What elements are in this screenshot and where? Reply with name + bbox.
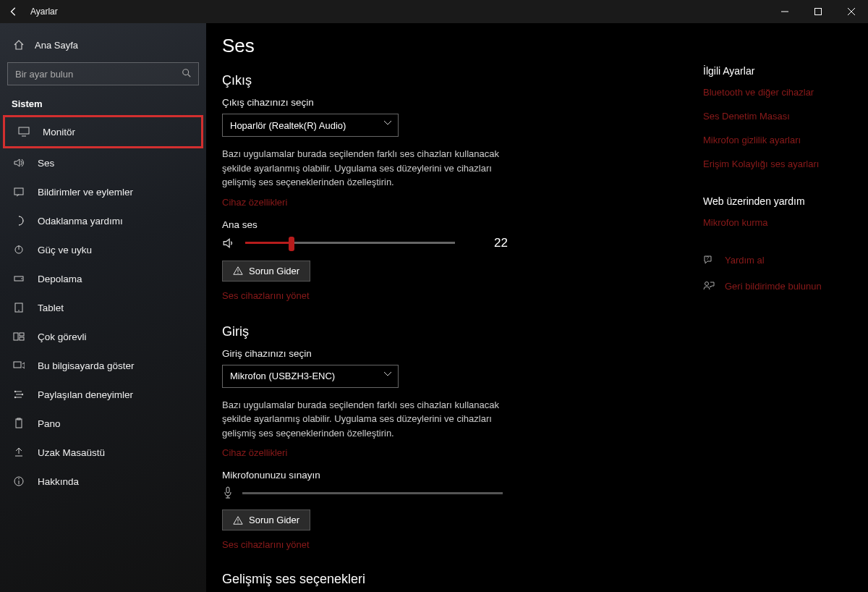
output-device-props-link[interactable]: Cihaz özellikleri [222,197,681,208]
close-button[interactable] [835,0,868,23]
svg-point-21 [14,397,16,398]
output-desc: Bazı uygulamalar burada seçilenden farkl… [222,147,511,190]
svg-point-31 [237,522,238,523]
search-input[interactable] [7,62,199,85]
output-manage-link[interactable]: Ses cihazlarını yönet [222,290,681,301]
sidebar-item-shared[interactable]: Paylaşılan deneyimler [0,380,206,409]
sidebar-item-tablet[interactable]: Tablet [0,293,206,322]
sidebar-item-monitor[interactable]: Monitör [3,115,203,148]
sidebar-item-label: Monitör [43,127,75,138]
advanced-heading: Gelişmiş ses seçenekleri [222,572,681,587]
output-device-select[interactable]: Hoparlör (Realtek(R) Audio) [222,114,399,137]
window-title: Ayarlar [30,7,58,17]
input-heading: Giriş [222,324,681,339]
maximize-button[interactable] [801,0,835,23]
minimize-button[interactable] [768,0,801,23]
storage-icon [13,273,26,284]
svg-rect-16 [20,333,24,336]
sidebar-item-remote[interactable]: Uzak Masaüstü [0,438,206,467]
sidebar-item-label: Ses [38,158,54,169]
svg-rect-17 [20,337,24,340]
volume-slider[interactable] [245,242,455,244]
sidebar-item-power[interactable]: Güç ve uyku [0,235,206,264]
notifications-icon [13,186,26,198]
project-icon [13,360,26,371]
warning-icon [233,515,243,525]
svg-point-12 [21,278,22,279]
input-manage-link[interactable]: Ses cihazlarını yönet [222,539,681,550]
about-icon [13,475,26,487]
svg-point-26 [18,478,20,480]
sidebar: Ana Sayfa Sistem Monitör Ses Bildirimler… [0,23,206,592]
webhelp-heading: Web üzerinden yardım [703,195,848,207]
feedback-action[interactable]: Geri bildirimde bulunun [703,280,848,292]
sidebar-item-label: Güç ve uyku [38,245,92,255]
sidebar-item-label: Odaklanma yardımı [38,216,123,227]
svg-text:?: ? [706,255,709,261]
sidebar-item-label: Pano [38,418,61,429]
sidebar-item-label: Paylaşılan deneyimler [38,389,133,400]
sidebar-item-notifications[interactable]: Bildirimler ve eylemler [0,177,206,206]
sidebar-item-label: Bildirimler ve eylemler [38,187,133,198]
output-heading: Çıkış [222,73,681,88]
sidebar-item-label: Bu bilgisayarda göster [38,360,135,371]
svg-point-28 [237,273,238,274]
multitask-icon [13,331,26,342]
svg-rect-8 [14,188,23,195]
related-link-mic-privacy[interactable]: Mikrofon gizlilik ayarları [703,135,848,145]
svg-point-19 [14,391,16,392]
sidebar-item-multitask[interactable]: Çok görevli [0,322,206,351]
input-select-label: Giriş cihazınızı seçin [222,348,681,359]
speaker-icon[interactable] [222,237,235,250]
sidebar-section-label: Sistem [0,97,206,115]
svg-rect-29 [226,487,229,493]
sidebar-item-label: Çok görevli [38,331,87,342]
sidebar-item-label: Uzak Masaüstü [38,447,105,458]
clipboard-icon [13,418,26,429]
shared-icon [13,389,26,400]
home-button[interactable]: Ana Sayfa [0,32,206,58]
svg-point-14 [18,310,20,311]
remote-icon [13,447,26,458]
sidebar-item-focus[interactable]: Odaklanma yardımı [0,206,206,235]
sidebar-item-project[interactable]: Bu bilgisayarda göster [0,351,206,380]
svg-rect-1 [815,9,822,15]
feedback-icon [703,280,716,292]
sidebar-item-clipboard[interactable]: Pano [0,409,206,438]
svg-point-33 [705,282,709,286]
input-device-props-link[interactable]: Cihaz özellikleri [222,447,681,458]
svg-point-4 [183,69,189,75]
sidebar-item-sound[interactable]: Ses [0,148,206,177]
svg-rect-6 [19,127,29,134]
svg-rect-22 [16,419,22,428]
sound-icon [13,157,26,169]
power-icon [13,244,26,255]
master-volume-label: Ana ses [222,219,681,230]
sidebar-item-storage[interactable]: Depolama [0,264,206,293]
output-select-label: Çıkış cihazınızı seçin [222,97,681,108]
svg-rect-15 [14,333,18,340]
input-desc: Bazı uygulamalar burada seçilenden farkl… [222,398,511,441]
search-icon [182,68,192,78]
back-button[interactable] [9,7,19,17]
input-troubleshoot-button[interactable]: Sorun Gider [222,509,310,530]
titlebar: Ayarlar [0,0,868,23]
webhelp-link-mic-setup[interactable]: Mikrofon kurma [703,217,848,228]
related-link-sound-panel[interactable]: Ses Denetim Masası [703,111,848,122]
tablet-icon [13,302,26,313]
warning-icon [233,266,243,276]
related-link-bluetooth[interactable]: Bluetooth ve diğer cihazlar [703,87,848,98]
sidebar-item-about[interactable]: Hakkında [0,467,206,496]
svg-line-5 [188,75,191,77]
related-link-ease-audio[interactable]: Erişim Kolaylığı ses ayarları [703,158,848,169]
mic-level-bar [242,492,503,494]
page-title: Ses [222,35,681,57]
sidebar-item-label: Hakkında [38,476,79,487]
sidebar-item-label: Tablet [38,303,64,313]
help-icon: ? [703,254,716,266]
get-help-action[interactable]: ? Yardım al [703,254,848,266]
output-troubleshoot-button[interactable]: Sorun Gider [222,261,310,282]
input-device-select[interactable]: Mikrofon (USBZH3-ENC) [222,365,399,388]
sidebar-item-label: Depolama [38,274,82,284]
mic-test-label: Mikrofonunuzu sınayın [222,470,681,481]
